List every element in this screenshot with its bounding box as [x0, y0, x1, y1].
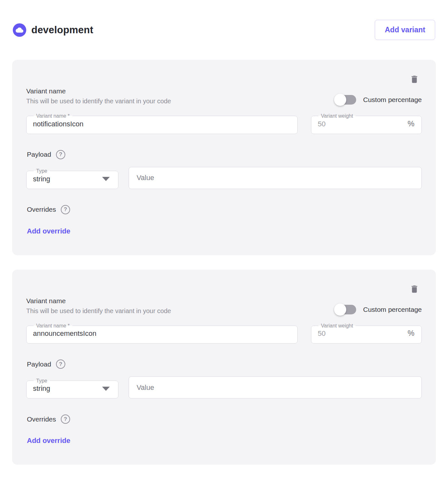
variant-weight-field: Variant weight %	[311, 113, 422, 134]
chevron-down-icon	[102, 177, 110, 181]
page-header: development Add variant	[13, 20, 435, 40]
type-selected-value: string	[33, 175, 50, 183]
custom-percentage-label: Custom percentage	[363, 96, 422, 104]
payload-section-label: Payload ?	[27, 359, 422, 369]
add-variant-button[interactable]: Add variant	[375, 20, 435, 40]
payload-type-select[interactable]: Type string	[26, 168, 118, 189]
type-select-display: string	[32, 383, 113, 398]
payload-help-icon[interactable]: ?	[56, 150, 65, 159]
variant-weight-inner: %	[316, 119, 416, 134]
variant-name-heading: Variant name	[26, 297, 171, 305]
overrides-heading: Overrides	[27, 206, 56, 213]
variant-weight-field: Variant weight %	[311, 323, 422, 344]
custom-percentage-row: Custom percentage	[335, 305, 422, 315]
payload-help-icon[interactable]: ?	[56, 359, 65, 369]
delete-variant-button[interactable]	[410, 75, 419, 84]
toggle-knob	[334, 94, 346, 106]
variant-weight-field-label: Variant weight	[318, 323, 356, 329]
type-field-label: Type	[34, 378, 50, 384]
variant-card: Variant name This will be used to identi…	[12, 60, 436, 255]
variant-name-help-text: This will be used to identify the varian…	[26, 307, 171, 315]
payload-value-input[interactable]	[129, 376, 422, 398]
custom-percentage-toggle[interactable]	[335, 305, 356, 314]
payload-value-input[interactable]	[129, 167, 422, 189]
type-select-display: string	[32, 174, 113, 189]
variant-name-input[interactable]	[32, 119, 292, 134]
variant-weight-input	[316, 328, 408, 343]
type-selected-value: string	[33, 384, 50, 393]
payload-row: Type string	[26, 167, 422, 189]
cloud-icon	[13, 23, 26, 37]
overrides-section-label: Overrides ?	[27, 205, 422, 214]
variant-name-header-row: Variant name This will be used to identi…	[26, 297, 422, 315]
chevron-down-icon	[102, 387, 110, 391]
overrides-heading: Overrides	[27, 415, 56, 423]
variant-name-field-label: Variant name *	[34, 323, 72, 329]
percent-suffix: %	[408, 119, 416, 134]
trash-icon	[410, 80, 419, 85]
variant-card: Variant name This will be used to identi…	[12, 270, 436, 465]
variant-name-heading: Variant name	[26, 87, 171, 95]
custom-percentage-row: Custom percentage	[335, 95, 422, 105]
variant-name-field: Variant name *	[26, 323, 298, 344]
variant-weight-inner: %	[316, 328, 416, 343]
payload-heading: Payload	[27, 151, 51, 158]
trash-icon	[410, 290, 419, 295]
payload-section-label: Payload ?	[27, 150, 422, 159]
percent-suffix: %	[408, 329, 416, 343]
payload-heading: Payload	[27, 360, 51, 368]
variant-name-input[interactable]	[32, 328, 292, 343]
custom-percentage-label: Custom percentage	[363, 306, 422, 313]
add-override-link[interactable]: Add override	[27, 437, 70, 445]
card-actions	[26, 75, 419, 84]
overrides-help-icon[interactable]: ?	[61, 205, 70, 214]
variant-weight-input	[316, 119, 408, 134]
variant-name-field: Variant name *	[26, 113, 298, 134]
variant-name-header-row: Variant name This will be used to identi…	[26, 87, 422, 105]
page-title: development	[31, 24, 375, 36]
payload-row: Type string	[26, 376, 422, 398]
overrides-section-label: Overrides ?	[27, 414, 422, 424]
delete-variant-button[interactable]	[410, 284, 419, 294]
variant-name-header: Variant name This will be used to identi…	[26, 87, 171, 105]
name-weight-row: Variant name * Variant weight %	[26, 113, 422, 134]
name-weight-row: Variant name * Variant weight %	[26, 323, 422, 344]
type-field-label: Type	[34, 168, 50, 174]
variant-name-help-text: This will be used to identify the varian…	[26, 98, 171, 105]
variant-name-header: Variant name This will be used to identi…	[26, 297, 171, 315]
environment-page: development Add variant Variant name Thi…	[0, 0, 448, 490]
card-actions	[26, 284, 419, 294]
variant-weight-field-label: Variant weight	[318, 113, 356, 119]
toggle-knob	[334, 304, 346, 316]
payload-type-select[interactable]: Type string	[26, 378, 118, 399]
overrides-help-icon[interactable]: ?	[61, 414, 70, 424]
add-override-link[interactable]: Add override	[27, 227, 70, 235]
variant-name-field-label: Variant name *	[34, 113, 72, 119]
custom-percentage-toggle[interactable]	[335, 95, 356, 105]
